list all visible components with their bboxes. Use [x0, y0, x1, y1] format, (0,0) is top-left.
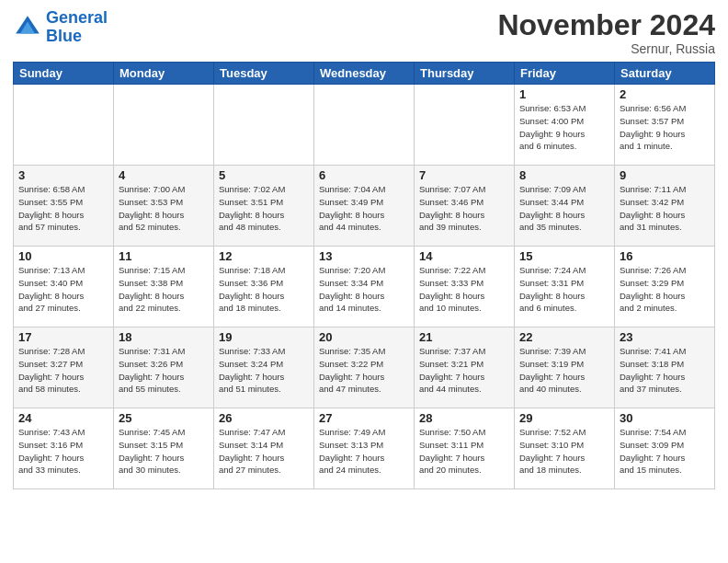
day-info: Sunrise: 7:13 AM Sunset: 3:40 PM Dayligh… [18, 264, 108, 315]
day-info: Sunrise: 7:11 AM Sunset: 3:42 PM Dayligh… [620, 183, 710, 234]
day-info: Sunrise: 6:58 AM Sunset: 3:55 PM Dayligh… [18, 183, 108, 234]
day-info: Sunrise: 7:54 AM Sunset: 3:09 PM Dayligh… [620, 426, 710, 477]
col-sunday: Sunday [14, 63, 114, 85]
table-row: 21Sunrise: 7:37 AM Sunset: 3:21 PM Dayli… [415, 327, 515, 408]
calendar-week-1: 3Sunrise: 6:58 AM Sunset: 3:55 PM Daylig… [14, 166, 715, 247]
day-number: 20 [319, 330, 409, 344]
calendar: Sunday Monday Tuesday Wednesday Thursday… [13, 62, 715, 489]
day-number: 2 [620, 87, 710, 101]
logo-text: General Blue [46, 9, 108, 46]
day-number: 15 [519, 249, 609, 263]
calendar-week-3: 17Sunrise: 7:28 AM Sunset: 3:27 PM Dayli… [14, 327, 715, 408]
day-info: Sunrise: 7:00 AM Sunset: 3:53 PM Dayligh… [119, 183, 209, 234]
logo-line2: Blue [46, 27, 82, 45]
table-row: 25Sunrise: 7:45 AM Sunset: 3:15 PM Dayli… [114, 408, 214, 489]
table-row: 15Sunrise: 7:24 AM Sunset: 3:31 PM Dayli… [515, 247, 615, 327]
day-number: 23 [620, 330, 710, 344]
col-tuesday: Tuesday [214, 63, 314, 85]
day-info: Sunrise: 7:02 AM Sunset: 3:51 PM Dayligh… [219, 183, 309, 234]
table-row: 10Sunrise: 7:13 AM Sunset: 3:40 PM Dayli… [14, 247, 114, 327]
day-info: Sunrise: 7:31 AM Sunset: 3:26 PM Dayligh… [119, 345, 209, 396]
table-row: 8Sunrise: 7:09 AM Sunset: 3:44 PM Daylig… [515, 166, 615, 247]
day-info: Sunrise: 7:39 AM Sunset: 3:19 PM Dayligh… [519, 345, 609, 396]
table-row: 30Sunrise: 7:54 AM Sunset: 3:09 PM Dayli… [615, 408, 715, 489]
day-number: 27 [319, 411, 409, 425]
calendar-week-2: 10Sunrise: 7:13 AM Sunset: 3:40 PM Dayli… [14, 247, 715, 327]
calendar-week-0: 1Sunrise: 6:53 AM Sunset: 4:00 PM Daylig… [14, 85, 715, 166]
table-row [114, 85, 214, 166]
day-info: Sunrise: 7:04 AM Sunset: 3:49 PM Dayligh… [319, 183, 409, 234]
table-row: 27Sunrise: 7:49 AM Sunset: 3:13 PM Dayli… [314, 408, 415, 489]
day-info: Sunrise: 7:33 AM Sunset: 3:24 PM Dayligh… [219, 345, 309, 396]
day-info: Sunrise: 7:15 AM Sunset: 3:38 PM Dayligh… [119, 264, 209, 315]
table-row: 26Sunrise: 7:47 AM Sunset: 3:14 PM Dayli… [214, 408, 314, 489]
day-number: 24 [18, 411, 108, 425]
table-row: 16Sunrise: 7:26 AM Sunset: 3:29 PM Dayli… [615, 247, 715, 327]
col-monday: Monday [114, 63, 214, 85]
logo-icon [13, 13, 42, 42]
table-row: 24Sunrise: 7:43 AM Sunset: 3:16 PM Dayli… [14, 408, 114, 489]
day-number: 4 [119, 168, 209, 182]
day-info: Sunrise: 7:24 AM Sunset: 3:31 PM Dayligh… [519, 264, 609, 315]
table-row: 13Sunrise: 7:20 AM Sunset: 3:34 PM Dayli… [314, 247, 415, 327]
day-number: 30 [620, 411, 710, 425]
header: General Blue November 2024 Sernur, Russi… [13, 9, 715, 56]
day-info: Sunrise: 7:49 AM Sunset: 3:13 PM Dayligh… [319, 426, 409, 477]
page: General Blue November 2024 Sernur, Russi… [0, 0, 728, 563]
table-row [415, 85, 515, 166]
day-info: Sunrise: 7:35 AM Sunset: 3:22 PM Dayligh… [319, 345, 409, 396]
table-row [14, 85, 114, 166]
day-number: 10 [18, 249, 108, 263]
day-info: Sunrise: 6:56 AM Sunset: 3:57 PM Dayligh… [620, 102, 710, 153]
table-row: 28Sunrise: 7:50 AM Sunset: 3:11 PM Dayli… [415, 408, 515, 489]
calendar-header-row: Sunday Monday Tuesday Wednesday Thursday… [14, 63, 715, 85]
table-row: 6Sunrise: 7:04 AM Sunset: 3:49 PM Daylig… [314, 166, 415, 247]
day-number: 26 [219, 411, 309, 425]
title-block: November 2024 Sernur, Russia [497, 9, 715, 56]
day-info: Sunrise: 7:28 AM Sunset: 3:27 PM Dayligh… [18, 345, 108, 396]
day-number: 29 [519, 411, 609, 425]
day-number: 7 [419, 168, 509, 182]
col-saturday: Saturday [615, 63, 715, 85]
day-number: 13 [319, 249, 409, 263]
day-info: Sunrise: 7:50 AM Sunset: 3:11 PM Dayligh… [419, 426, 509, 477]
day-number: 16 [620, 249, 710, 263]
table-row: 5Sunrise: 7:02 AM Sunset: 3:51 PM Daylig… [214, 166, 314, 247]
day-number: 22 [519, 330, 609, 344]
table-row: 3Sunrise: 6:58 AM Sunset: 3:55 PM Daylig… [14, 166, 114, 247]
table-row: 23Sunrise: 7:41 AM Sunset: 3:18 PM Dayli… [615, 327, 715, 408]
location: Sernur, Russia [497, 41, 715, 56]
day-info: Sunrise: 6:53 AM Sunset: 4:00 PM Dayligh… [519, 102, 609, 153]
table-row: 12Sunrise: 7:18 AM Sunset: 3:36 PM Dayli… [214, 247, 314, 327]
day-number: 19 [219, 330, 309, 344]
day-number: 3 [18, 168, 108, 182]
day-number: 12 [219, 249, 309, 263]
day-number: 25 [119, 411, 209, 425]
day-number: 14 [419, 249, 509, 263]
table-row: 20Sunrise: 7:35 AM Sunset: 3:22 PM Dayli… [314, 327, 415, 408]
day-number: 28 [419, 411, 509, 425]
table-row: 17Sunrise: 7:28 AM Sunset: 3:27 PM Dayli… [14, 327, 114, 408]
day-number: 21 [419, 330, 509, 344]
day-info: Sunrise: 7:41 AM Sunset: 3:18 PM Dayligh… [620, 345, 710, 396]
table-row: 19Sunrise: 7:33 AM Sunset: 3:24 PM Dayli… [214, 327, 314, 408]
table-row: 18Sunrise: 7:31 AM Sunset: 3:26 PM Dayli… [114, 327, 214, 408]
day-info: Sunrise: 7:37 AM Sunset: 3:21 PM Dayligh… [419, 345, 509, 396]
day-number: 5 [219, 168, 309, 182]
table-row: 9Sunrise: 7:11 AM Sunset: 3:42 PM Daylig… [615, 166, 715, 247]
table-row: 7Sunrise: 7:07 AM Sunset: 3:46 PM Daylig… [415, 166, 515, 247]
day-info: Sunrise: 7:20 AM Sunset: 3:34 PM Dayligh… [319, 264, 409, 315]
day-info: Sunrise: 7:22 AM Sunset: 3:33 PM Dayligh… [419, 264, 509, 315]
table-row: 2Sunrise: 6:56 AM Sunset: 3:57 PM Daylig… [615, 85, 715, 166]
day-info: Sunrise: 7:43 AM Sunset: 3:16 PM Dayligh… [18, 426, 108, 477]
day-info: Sunrise: 7:26 AM Sunset: 3:29 PM Dayligh… [620, 264, 710, 315]
day-info: Sunrise: 7:18 AM Sunset: 3:36 PM Dayligh… [219, 264, 309, 315]
day-number: 11 [119, 249, 209, 263]
col-thursday: Thursday [415, 63, 515, 85]
col-friday: Friday [515, 63, 615, 85]
calendar-week-4: 24Sunrise: 7:43 AM Sunset: 3:16 PM Dayli… [14, 408, 715, 489]
table-row [214, 85, 314, 166]
month-title: November 2024 [497, 9, 715, 41]
table-row [314, 85, 415, 166]
table-row: 11Sunrise: 7:15 AM Sunset: 3:38 PM Dayli… [114, 247, 214, 327]
